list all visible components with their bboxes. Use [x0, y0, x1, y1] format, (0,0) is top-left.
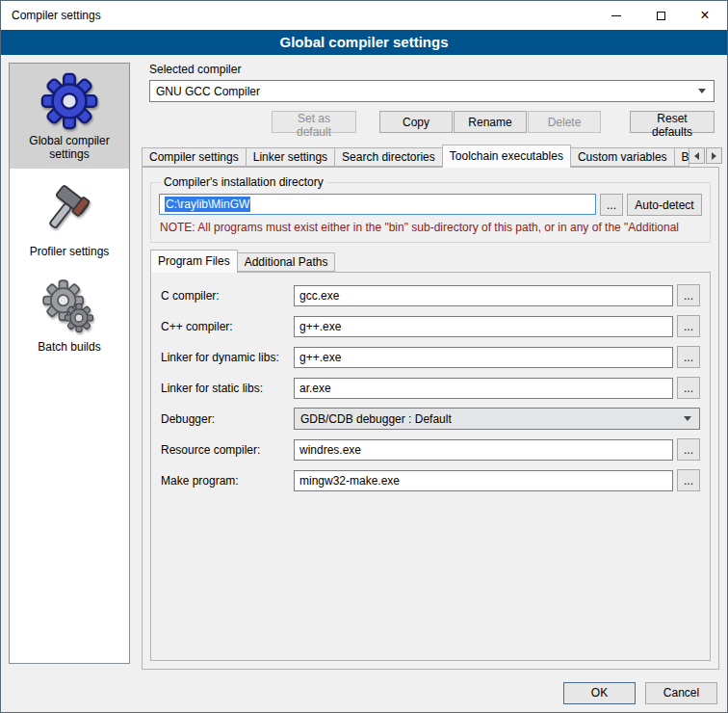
linker-dynamic-label: Linker for dynamic libs: [161, 351, 294, 364]
compiler-select-value: GNU GCC Compiler [156, 85, 698, 98]
blue-gear-icon [39, 70, 99, 130]
ok-button[interactable]: OK [563, 682, 636, 704]
sidebar: Global compiler settings Profiler settin… [9, 63, 130, 664]
titlebar[interactable]: Compiler settings × [1, 1, 727, 30]
compiler-select[interactable]: GNU GCC Compiler [149, 80, 715, 102]
sidebar-item-global-compiler-settings[interactable]: Global compiler settings [10, 64, 129, 169]
dialog-footer: OK Cancel [1, 673, 727, 712]
sidebar-item-batch-builds[interactable]: Batch builds [10, 272, 129, 361]
installation-directory-value: C:\raylib\MinGW [165, 197, 250, 212]
gray-gears-icon [41, 278, 97, 336]
c-compiler-input[interactable] [294, 285, 673, 306]
tab-scroll-left-button[interactable] [689, 147, 705, 164]
chevron-down-icon [698, 89, 706, 93]
tab-linker-settings[interactable]: Linker settings [246, 147, 335, 167]
copy-button[interactable]: Copy [379, 111, 453, 133]
cpp-compiler-label: C++ compiler: [161, 320, 294, 333]
subtab-bar: Program Files Additional Paths [150, 250, 711, 272]
field-row: Make program: ... [161, 469, 700, 491]
linker-static-input[interactable] [294, 378, 673, 399]
close-icon: × [700, 8, 709, 23]
cpp-compiler-browse-button[interactable]: ... [677, 315, 700, 337]
installation-directory-legend: Compiler's installation directory [161, 175, 326, 189]
installation-directory-row: C:\raylib\MinGW ... Auto-detect [159, 194, 702, 216]
c-compiler-label: C compiler: [161, 289, 294, 303]
linker-static-browse-button[interactable]: ... [677, 377, 700, 399]
reset-defaults-button[interactable]: Reset defaults [630, 111, 715, 133]
field-row: Linker for dynamic libs: ... [161, 346, 700, 368]
cpp-compiler-input[interactable] [294, 316, 673, 337]
linker-dynamic-browse-button[interactable]: ... [677, 346, 700, 368]
main-panel: Selected compiler GNU GCC Compiler Set a… [142, 63, 719, 670]
field-row: Resource compiler: ... [161, 438, 700, 461]
maximize-icon [657, 12, 665, 20]
minimize-button[interactable] [594, 1, 638, 30]
compiler-settings-window: Compiler settings × Global compiler sett… [0, 0, 728, 713]
resource-compiler-browse-button[interactable]: ... [677, 438, 700, 461]
arrow-left-icon [694, 152, 699, 160]
tab-build-options[interactable]: Build options [674, 147, 689, 167]
make-program-input[interactable] [294, 470, 673, 491]
installation-directory-input[interactable]: C:\raylib\MinGW [159, 194, 596, 215]
caption-buttons: × [594, 1, 727, 30]
window-title: Compiler settings [1, 9, 101, 22]
tab-toolchain-executables[interactable]: Toolchain executables [442, 145, 571, 168]
make-program-browse-button[interactable]: ... [677, 469, 700, 491]
resource-compiler-input[interactable] [294, 439, 673, 461]
linker-static-label: Linker for static libs: [161, 382, 294, 395]
make-program-label: Make program: [161, 474, 294, 488]
compiler-actions: Set as default Copy Rename Delete Reset … [149, 111, 715, 133]
tab-custom-variables[interactable]: Custom variables [570, 147, 675, 167]
sidebar-item-label: Profiler settings [30, 245, 110, 258]
subtab-additional-paths[interactable]: Additional Paths [237, 252, 336, 272]
hammer-tool-icon [41, 181, 97, 241]
field-row: Linker for static libs: ... [161, 377, 700, 399]
arrow-right-icon [712, 152, 716, 160]
cancel-button[interactable]: Cancel [645, 682, 717, 704]
sidebar-item-label: Global compiler settings [12, 134, 127, 161]
c-compiler-browse-button[interactable]: ... [677, 284, 700, 306]
toolchain-executables-panel: Compiler's installation directory C:\ray… [142, 167, 719, 670]
tab-scroll-right-button[interactable] [706, 147, 722, 164]
installation-directory-group: Compiler's installation directory C:\ray… [150, 175, 711, 243]
debugger-select[interactable]: GDB/CDB debugger : Default [294, 408, 700, 430]
auto-detect-button[interactable]: Auto-detect [627, 194, 702, 216]
selected-compiler-label: Selected compiler [149, 63, 715, 76]
tab-search-directories[interactable]: Search directories [334, 147, 443, 167]
field-row: C++ compiler: ... [161, 315, 700, 337]
sidebar-item-profiler-settings[interactable]: Profiler settings [10, 174, 129, 266]
tab-bar: Compiler settings Linker settings Search… [142, 145, 719, 167]
sidebar-item-label: Batch builds [38, 340, 100, 354]
set-as-default-button[interactable]: Set as default [272, 111, 356, 133]
debugger-label: Debugger: [161, 412, 294, 426]
field-row: C compiler: ... [161, 284, 700, 306]
rename-button[interactable]: Rename [454, 111, 527, 133]
maximize-button[interactable] [638, 1, 683, 30]
close-button[interactable]: × [683, 1, 727, 30]
program-files-panel: C compiler: ... C++ compiler: ... Linker… [150, 272, 711, 661]
tab-compiler-settings[interactable]: Compiler settings [142, 147, 247, 167]
tab-scroll-arrows [689, 147, 722, 164]
chevron-down-icon [684, 416, 691, 421]
debugger-select-value: GDB/CDB debugger : Default [300, 412, 684, 426]
delete-button[interactable]: Delete [528, 111, 601, 133]
minimize-icon [611, 15, 621, 16]
dialog-content: Global compiler settings Profiler settin… [1, 55, 727, 673]
browse-directory-button[interactable]: ... [600, 194, 623, 216]
subtab-program-files[interactable]: Program Files [150, 250, 238, 273]
linker-dynamic-input[interactable] [294, 347, 673, 368]
field-row: Debugger: GDB/CDB debugger : Default [161, 408, 700, 430]
resource-compiler-label: Resource compiler: [161, 443, 294, 457]
note-text: NOTE: All programs must exist either in … [160, 221, 701, 234]
dialog-header-title: Global compiler settings [1, 30, 727, 55]
